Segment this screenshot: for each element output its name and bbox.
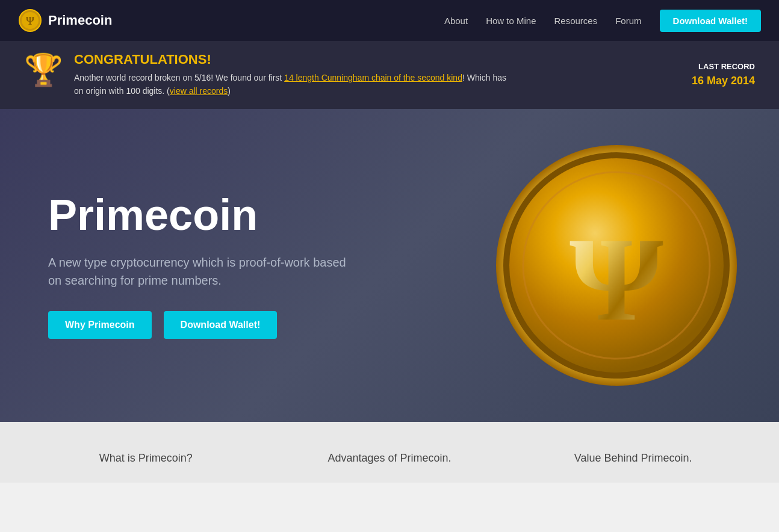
bottom-section: What is Primecoin? Advantages of Primeco…	[0, 422, 779, 483]
svg-text:Ψ: Ψ	[26, 15, 34, 27]
bottom-item-advantages: Advantages of Primecoin.	[268, 452, 512, 465]
bottom-item-value: Value Behind Primecoin.	[511, 452, 755, 465]
hero-content: Primecoin A new type cryptocurrency whic…	[48, 191, 409, 339]
announcement-body: Another world record broken on 5/16! We …	[74, 71, 507, 98]
hero-section: Primecoin A new type cryptocurrency whic…	[0, 109, 779, 422]
hero-title: Primecoin	[48, 191, 409, 239]
nav-link-about[interactable]: About	[444, 16, 468, 26]
bottom-item-what-title: What is Primecoin?	[99, 452, 193, 464]
brand-logo-icon: Ψ	[18, 8, 42, 32]
svg-text:Ψ: Ψ	[570, 212, 663, 345]
trophy-icon: 🏆	[24, 54, 63, 85]
cunningham-chain-link[interactable]: 14 length Cunningham chain of the second…	[284, 73, 462, 82]
announcement-text-before: Another world record broken on 5/16! We …	[74, 73, 284, 82]
hero-buttons: Why Primecoin Download Wallet!	[48, 311, 409, 339]
primecoin-coin-icon: Ψ	[490, 139, 743, 392]
last-record-label: LAST RECORD	[659, 62, 755, 71]
bottom-item-advantages-title: Advantages of Primecoin.	[327, 452, 451, 464]
nav-download-wallet-button[interactable]: Download Wallet!	[660, 10, 761, 32]
nav-link-how-to-mine[interactable]: How to Mine	[486, 16, 536, 26]
bottom-item-what: What is Primecoin?	[24, 452, 268, 465]
announcement-left: 🏆 CONGRATULATIONS! Another world record …	[24, 52, 507, 98]
hero-subtitle: A new type cryptocurrency which is proof…	[48, 253, 361, 289]
announcement-text: CONGRATULATIONS! Another world record br…	[74, 52, 507, 98]
announcement-text-close: )	[228, 86, 231, 96]
nav-link-resources[interactable]: Resources	[554, 16, 598, 26]
view-records-link[interactable]: view all records	[170, 86, 228, 96]
bottom-item-value-title: Value Behind Primecoin.	[574, 452, 692, 464]
brand-name: Primecoin	[48, 13, 112, 28]
why-primecoin-button[interactable]: Why Primecoin	[48, 311, 152, 339]
hero-coin: Ψ	[490, 139, 743, 392]
navbar: Ψ Primecoin About How to Mine Resources …	[0, 0, 779, 41]
last-record-date: 16 May 2014	[659, 75, 755, 87]
nav-links: About How to Mine Resources Forum Downlo…	[444, 10, 761, 32]
announcement-right: LAST RECORD 16 May 2014	[659, 62, 755, 87]
nav-link-forum[interactable]: Forum	[615, 16, 641, 26]
hero-download-wallet-button[interactable]: Download Wallet!	[164, 311, 278, 339]
announcement-title: CONGRATULATIONS!	[74, 52, 507, 67]
announcement-banner: 🏆 CONGRATULATIONS! Another world record …	[0, 41, 779, 109]
brand: Ψ Primecoin	[18, 8, 112, 32]
